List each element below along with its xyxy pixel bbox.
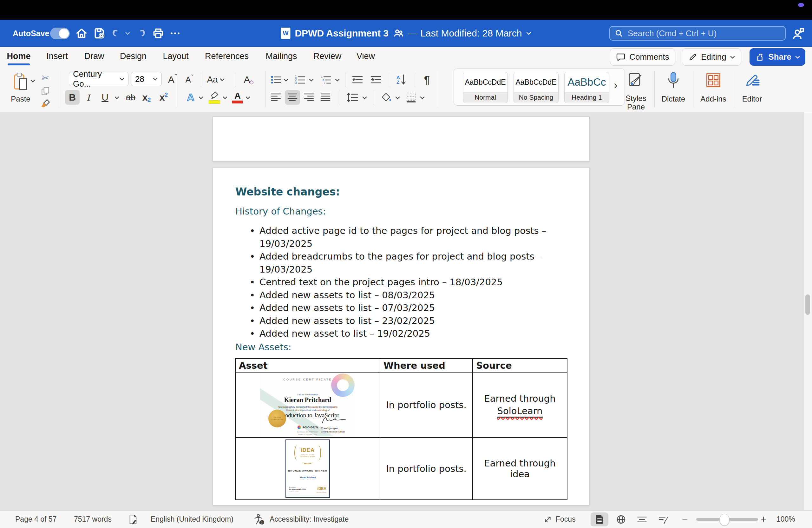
sort-button[interactable]: AZ [393,72,409,87]
text-effects-chevron-icon[interactable] [199,96,203,99]
undo-chevron-icon[interactable] [125,20,130,47]
decrease-indent-button[interactable] [350,72,364,87]
bold-button[interactable]: B [65,90,79,105]
tab-home[interactable]: Home [7,52,30,61]
addins-button[interactable] [704,71,723,89]
format-painter-icon[interactable] [39,98,52,109]
document-title-group[interactable]: W DPWD Assignment 3 — Last Modified: 28 … [281,20,531,47]
web-layout-view-button[interactable] [612,512,630,526]
cut-icon[interactable]: ✂ [39,72,52,83]
redo-icon[interactable] [135,20,147,47]
draft-view-button[interactable] [655,512,672,526]
font-color-chevron-icon[interactable] [246,96,250,99]
save-icon[interactable] [93,20,105,47]
multilevel-list-chevron-icon[interactable] [335,79,340,82]
document-page-previous[interactable] [213,117,589,161]
editing-mode-button[interactable]: Editing [682,48,741,66]
undo-icon[interactable] [111,20,122,47]
word-count-status[interactable]: 7517 words [74,511,112,528]
bulleted-list-button[interactable] [270,72,282,87]
font-size-select[interactable]: 28 [131,72,162,86]
tab-review[interactable]: Review [314,52,342,61]
style-normal[interactable]: AaBbCcDdE Normal [463,72,508,103]
tab-insert[interactable]: Insert [46,52,68,61]
underline-button[interactable]: U [98,90,112,105]
home-icon[interactable] [75,20,88,47]
italic-button[interactable]: I [82,90,96,105]
tab-draw[interactable]: Draw [84,52,104,61]
share-button[interactable]: Share [750,48,805,66]
page-count-status[interactable]: Page 4 of 57 [15,511,56,528]
highlight-button[interactable] [207,90,222,105]
zoom-in-button[interactable]: + [760,511,767,528]
tab-layout[interactable]: Layout [163,52,188,61]
strikethrough-button[interactable]: ab [123,90,138,105]
numbered-list-button[interactable]: 123 [294,72,306,87]
font-name-select[interactable]: Century Go... [69,72,129,86]
bulleted-list-chevron-icon[interactable] [284,79,288,82]
increase-indent-button[interactable] [369,72,383,87]
vertical-scrollbar-thumb[interactable] [805,295,810,315]
print-layout-view-button[interactable] [591,512,608,526]
tab-design[interactable]: Design [120,52,147,61]
font-color-bar [232,101,243,103]
document-page[interactable]: Website changes: History of Changes: Add… [213,168,589,505]
align-right-button[interactable] [302,90,316,105]
text-effects-button[interactable]: A [183,90,198,105]
share-label: Share [768,52,791,62]
copy-icon[interactable] [39,86,52,97]
search-bar[interactable] [609,26,786,41]
font-color-button[interactable]: A [230,90,245,105]
focus-button[interactable]: Focus [543,511,576,528]
shading-button[interactable] [379,90,394,105]
style-heading-1[interactable]: AaBbCc Heading 1 [564,72,609,103]
paste-chevron-icon[interactable] [30,79,35,83]
numbered-list-chevron-icon[interactable] [309,79,314,82]
tab-references[interactable]: References [205,52,249,61]
highlight-chevron-icon[interactable] [223,96,228,99]
zoom-level[interactable]: 100% [777,511,795,528]
print-icon[interactable] [152,20,164,47]
change-case-button[interactable]: Aa [207,72,224,87]
language-status[interactable]: English (United Kingdom) [151,511,233,528]
borders-chevron-icon[interactable] [420,96,425,99]
borders-button[interactable] [404,90,419,105]
dictate-button[interactable] [664,71,683,89]
paste-button[interactable] [11,72,30,91]
subscript-button[interactable]: x2 [140,90,154,105]
underline-chevron-icon[interactable] [115,96,119,99]
styles-pane-button[interactable] [626,71,646,89]
zoom-slider-knob[interactable] [720,514,729,526]
feedback-person-icon[interactable] [792,20,805,47]
grow-font-button[interactable]: Aˆ [165,72,179,87]
clear-formatting-button[interactable]: A ◇ [241,72,256,87]
show-formatting-marks-button[interactable]: ¶ [419,72,435,87]
proofing-status-icon[interactable] [129,511,138,528]
more-styles-chevron[interactable]: › [614,79,618,92]
shrink-font-button[interactable]: Aˇ [183,72,196,87]
shading-chevron-icon[interactable] [395,96,400,99]
accessibility-status[interactable]: Accessibility: Investigate [270,511,349,528]
comments-button[interactable]: Comments [610,48,675,66]
tab-view[interactable]: View [357,52,375,61]
multilevel-list-button[interactable]: 1ai [320,72,332,87]
justify-button[interactable] [318,90,332,105]
line-spacing-button[interactable] [345,90,360,105]
tab-mailings[interactable]: Mailings [265,52,297,61]
editing-label: Editing [701,52,726,62]
more-commands-icon[interactable] [169,20,182,47]
autosave-toggle[interactable] [50,20,70,47]
superscript-button[interactable]: x2 [157,90,171,105]
align-center-button[interactable] [285,90,300,105]
title-chevron-icon[interactable] [526,32,531,35]
align-left-button[interactable] [269,90,283,105]
style-no-spacing[interactable]: AaBbCcDdE No Spacing [513,72,559,103]
editor-button[interactable] [742,71,762,89]
zoom-out-button[interactable]: − [682,511,688,528]
accessibility-icon[interactable]: ! [254,511,264,528]
ribbon-divider [389,72,389,87]
line-spacing-chevron-icon[interactable] [362,96,367,99]
search-input[interactable] [627,28,768,39]
where-used-cell: In portfolio posts. [380,438,473,500]
outline-view-button[interactable] [633,512,651,526]
